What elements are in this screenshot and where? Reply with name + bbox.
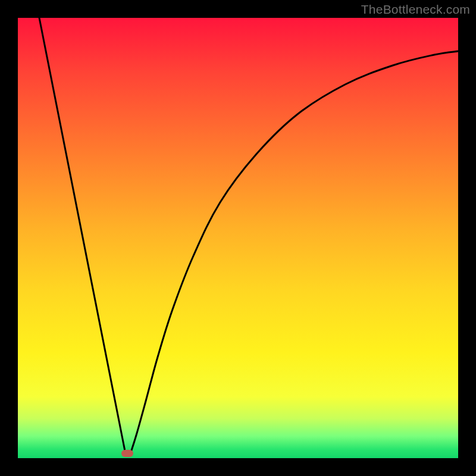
series-left-segment <box>39 18 125 451</box>
series-right-segment <box>131 51 458 452</box>
chart-frame: TheBottleneck.com <box>0 0 476 476</box>
curve-group <box>39 18 458 452</box>
minimum-marker <box>121 450 133 457</box>
plot-area <box>18 18 458 458</box>
curve-svg <box>18 18 458 458</box>
watermark-text: TheBottleneck.com <box>361 2 470 17</box>
